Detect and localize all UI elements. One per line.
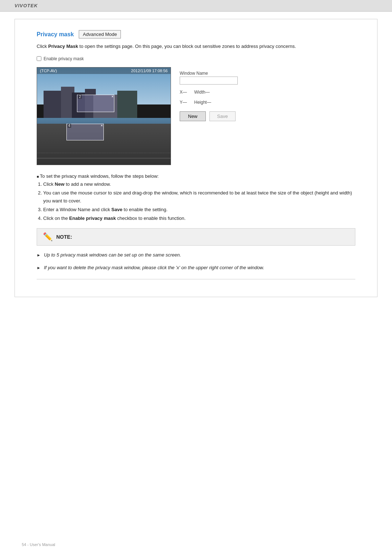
window-name-input[interactable] (180, 77, 238, 85)
camera-label: (TCP-AV) (40, 69, 57, 73)
mask-box-2[interactable]: 4 × (66, 124, 104, 140)
content-area: Privacy mask Advanced Mode Click Privacy… (15, 19, 377, 297)
camera-scene: 2 × 4 × (37, 67, 171, 165)
camera-view: (TCP-AV) 2012/11/09 17:08:56 (37, 67, 171, 165)
footer-text: 54 - User's Manual (22, 542, 55, 547)
height-label: Height— (194, 100, 211, 105)
coords-row-wh: Y— Height— (180, 100, 245, 105)
step-4: Click on the Enable privacy mask checkbo… (43, 214, 355, 222)
brand-logo: VIVOTEK (15, 3, 38, 8)
note-item-1: Up to 5 privacy mask windows can be set … (37, 251, 355, 259)
enable-privacy-mask-label: Enable privacy mask (44, 56, 84, 61)
coords-row-xy: X— Width— (180, 90, 245, 95)
width-coord: Width— (194, 90, 210, 95)
advanced-mode-button[interactable]: Advanced Mode (79, 30, 121, 38)
x-label: X— (180, 90, 187, 95)
bullet-item: To set the privacy mask windows, follow … (37, 172, 355, 180)
top-bar: VIVOTEK (0, 0, 392, 12)
step-1: Click New to add a new window. (43, 180, 355, 188)
page-title: Privacy mask (37, 31, 74, 38)
step-3: Enter a Window Name and click Save to en… (43, 206, 355, 214)
bullet-list: To set the privacy mask windows, follow … (37, 172, 355, 180)
page-wrapper: VIVOTEK Privacy mask Advanced Mode Click… (0, 0, 392, 554)
description-text: Click Privacy Mask to open the settings … (37, 43, 355, 50)
x-coord: X— (180, 90, 187, 95)
mask-box-2-label: 4 (68, 124, 71, 128)
steps-list: Click New to add a new window. You can u… (37, 180, 355, 222)
y-coord: Y— (180, 100, 187, 105)
height-coord: Height— (194, 100, 211, 105)
window-name-field-group: Window Name (180, 71, 245, 85)
buttons-row: New Save (180, 111, 245, 121)
y-label: Y— (180, 100, 187, 105)
note-item-2: If you want to delete the privacy mask w… (37, 264, 355, 272)
note-title: NOTE: (56, 234, 72, 240)
note-icon: ✏️ (43, 232, 53, 242)
camera-panel: (TCP-AV) 2012/11/09 17:08:56 (37, 67, 355, 165)
mask-box-1-label: 2 (78, 95, 82, 99)
controls-panel: Window Name X— Width— Y— He (180, 67, 245, 121)
mask-box-1[interactable]: 2 × (77, 95, 114, 112)
camera-timestamp: 2012/11/09 17:08:56 (131, 69, 168, 73)
step-2: You can use the mouse cursor to size and… (43, 189, 355, 205)
title-row: Privacy mask Advanced Mode (37, 30, 355, 38)
new-button[interactable]: New (180, 111, 206, 121)
camera-info-bar: (TCP-AV) 2012/11/09 17:08:56 (37, 67, 171, 74)
page-footer: 54 - User's Manual (22, 542, 55, 547)
mask-box-2-close[interactable]: × (101, 124, 103, 127)
instructions-section: To set the privacy mask windows, follow … (37, 172, 355, 223)
window-name-label: Window Name (180, 71, 245, 76)
ground-element (37, 124, 171, 165)
divider-bottom (37, 279, 355, 282)
enable-checkbox-row[interactable]: Enable privacy mask (37, 56, 355, 61)
width-label: Width— (194, 90, 210, 95)
save-button[interactable]: Save (209, 111, 236, 121)
mask-box-1-close[interactable]: × (111, 95, 113, 98)
enable-privacy-mask-checkbox[interactable] (37, 56, 41, 61)
note-items: Up to 5 privacy mask windows can be set … (37, 251, 355, 272)
note-box: ✏️ NOTE: (37, 228, 355, 246)
